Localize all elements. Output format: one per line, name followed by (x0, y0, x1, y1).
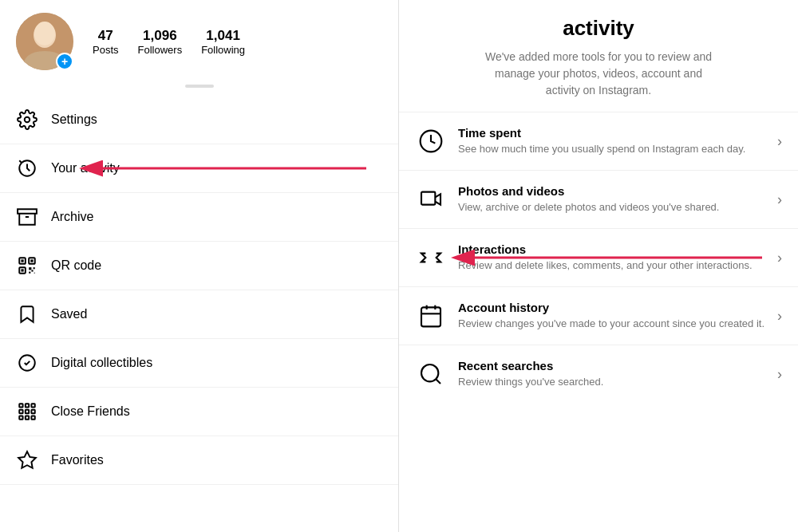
search-icon (415, 358, 447, 390)
svg-rect-15 (31, 270, 33, 271)
activity-item-time-spent[interactable]: Time spent See how much time you usually… (399, 112, 798, 171)
activity-icon (16, 157, 38, 179)
calendar-icon (415, 300, 447, 332)
interactions-text: Interactions Review and delete likes, co… (458, 242, 766, 273)
saved-label: Saved (51, 307, 87, 321)
svg-rect-16 (34, 273, 35, 274)
time-spent-chevron: › (777, 133, 782, 150)
interactions-icon (415, 242, 447, 274)
right-panel: activity We've added more tools for you … (399, 0, 798, 532)
digital-collectibles-label: Digital collectibles (51, 356, 152, 370)
svg-rect-32 (421, 307, 440, 326)
posts-label: Posts (93, 44, 119, 56)
recent-searches-desc: Review things you've searched. (458, 375, 766, 389)
interactions-desc: Review and delete likes, comments, and y… (458, 258, 766, 273)
svg-rect-20 (31, 404, 34, 407)
qr-code-icon (16, 254, 38, 277)
menu-list: Settings Your activity Arch (0, 96, 398, 532)
photos-videos-text: Photos and videos View, archive or delet… (458, 184, 766, 215)
svg-rect-9 (30, 259, 33, 262)
menu-item-archive[interactable]: Archive (0, 193, 398, 242)
time-spent-desc: See how much time you usually spend on I… (458, 142, 766, 156)
svg-rect-24 (19, 416, 22, 419)
following-count: 1,041 (206, 28, 240, 44)
recent-searches-title: Recent searches (458, 359, 766, 372)
menu-item-close-friends[interactable]: Close Friends (0, 388, 398, 436)
close-friends-label: Close Friends (51, 404, 130, 419)
avatar-wrapper: + (16, 13, 73, 70)
qr-code-label: QR code (51, 258, 101, 273)
posts-count: 47 (98, 28, 113, 44)
account-history-title: Account history (458, 301, 766, 314)
activity-item-account-history[interactable]: Account history Review changes you've ma… (399, 287, 798, 345)
settings-label: Settings (51, 112, 97, 127)
clock-icon (415, 125, 447, 157)
activity-subtitle: We've added more tools for you to review… (479, 49, 718, 99)
collectibles-icon (16, 352, 38, 374)
svg-rect-22 (26, 410, 29, 413)
svg-rect-13 (34, 267, 35, 269)
svg-marker-27 (18, 451, 36, 468)
add-story-button[interactable]: + (56, 53, 73, 70)
menu-item-qr-code[interactable]: QR code (0, 242, 398, 290)
menu-item-favorites[interactable]: Favorites (0, 436, 398, 485)
close-friends-icon (16, 400, 38, 423)
media-icon (415, 183, 447, 215)
svg-point-2 (34, 22, 55, 45)
account-history-chevron: › (777, 308, 782, 325)
svg-line-37 (436, 379, 440, 384)
interactions-chevron: › (777, 250, 782, 266)
menu-item-saved[interactable]: Saved (0, 290, 398, 339)
photos-videos-desc: View, archive or delete photos and video… (458, 200, 766, 215)
svg-rect-7 (21, 259, 23, 262)
drag-bar (185, 85, 214, 88)
following-stat: 1,041 Following (201, 28, 245, 56)
activity-title: activity (418, 16, 779, 41)
svg-rect-18 (19, 404, 22, 407)
left-panel: + 47 Posts 1,096 Followers 1,041 Followi… (0, 0, 399, 532)
bookmark-icon (16, 303, 38, 325)
followers-count: 1,096 (143, 28, 177, 44)
drag-handle (0, 80, 398, 96)
posts-stat: 47 Posts (93, 28, 119, 56)
activity-item-recent-searches[interactable]: Recent searches Review things you've sea… (399, 345, 798, 403)
profile-header: + 47 Posts 1,096 Followers 1,041 Followi… (0, 0, 398, 80)
account-history-desc: Review changes you've made to your accou… (458, 317, 766, 331)
recent-searches-chevron: › (777, 366, 782, 383)
svg-rect-14 (29, 272, 30, 274)
activity-item-photos-videos[interactable]: Photos and videos View, archive or delet… (399, 171, 798, 229)
gear-icon (16, 108, 38, 131)
following-label: Following (201, 44, 245, 56)
time-spent-title: Time spent (458, 126, 766, 140)
time-spent-text: Time spent See how much time you usually… (458, 126, 766, 156)
svg-rect-11 (21, 269, 23, 271)
menu-item-digital-collectibles[interactable]: Digital collectibles (0, 339, 398, 388)
account-history-text: Account history Review changes you've ma… (458, 301, 766, 331)
archive-label: Archive (51, 210, 93, 224)
interactions-title: Interactions (458, 242, 766, 256)
stats-row: 47 Posts 1,096 Followers 1,041 Following (93, 28, 245, 56)
menu-item-settings[interactable]: Settings (0, 96, 398, 144)
svg-rect-21 (19, 410, 22, 413)
svg-rect-29 (421, 192, 435, 205)
svg-rect-25 (26, 416, 29, 419)
svg-rect-26 (31, 416, 34, 419)
photos-videos-chevron: › (777, 191, 782, 208)
activity-item-interactions[interactable]: Interactions Review and delete likes, co… (399, 229, 798, 287)
svg-rect-19 (26, 404, 29, 407)
svg-point-3 (25, 117, 30, 123)
favorites-label: Favorites (51, 453, 104, 467)
menu-item-your-activity[interactable]: Your activity (0, 144, 398, 193)
star-icon (16, 449, 38, 471)
archive-icon (16, 206, 38, 228)
recent-searches-text: Recent searches Review things you've sea… (458, 359, 766, 389)
svg-rect-23 (31, 410, 34, 413)
followers-stat: 1,096 Followers (138, 28, 183, 56)
your-activity-arrow-annotation (95, 156, 382, 180)
activity-items-list: Time spent See how much time you usually… (399, 112, 798, 532)
followers-label: Followers (138, 44, 183, 56)
photos-videos-title: Photos and videos (458, 184, 766, 198)
svg-rect-12 (29, 267, 31, 270)
right-header: activity We've added more tools for you … (399, 0, 798, 112)
svg-point-36 (421, 365, 438, 381)
